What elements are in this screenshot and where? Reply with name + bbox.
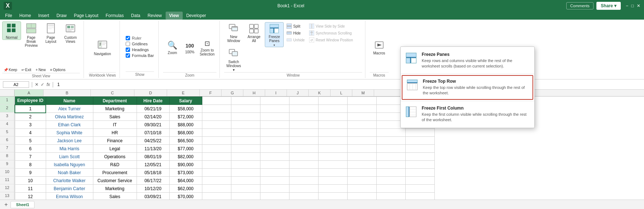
- cell-department[interactable]: Marketing: [93, 105, 137, 113]
- cell-empty[interactable]: [376, 129, 405, 137]
- cell-employee-id[interactable]: 10: [15, 177, 46, 185]
- cell-empty[interactable]: [202, 161, 231, 169]
- cell-department[interactable]: Procurement: [93, 169, 137, 177]
- zoom-to-selection-button[interactable]: ⊡ Zoom to Selection: [198, 37, 216, 57]
- cell-name[interactable]: Olivia Martinez: [46, 113, 93, 121]
- cell-empty[interactable]: [231, 169, 260, 177]
- formula-bar-checkbox[interactable]: Formula Bar: [126, 53, 154, 58]
- cell-employee-id[interactable]: 4: [15, 129, 46, 137]
- cell-empty[interactable]: [405, 177, 434, 185]
- cell-employee-id[interactable]: 7: [15, 153, 46, 161]
- cell-empty[interactable]: [202, 129, 231, 137]
- cell-empty[interactable]: [260, 137, 289, 145]
- cell-department[interactable]: Finance: [93, 137, 137, 145]
- cell-empty[interactable]: [347, 145, 376, 153]
- cell-empty[interactable]: [318, 137, 347, 145]
- cell-empty[interactable]: [289, 169, 318, 177]
- cell-empty[interactable]: [318, 153, 347, 161]
- cell-empty[interactable]: [318, 113, 347, 121]
- add-sheet-button[interactable]: +: [1, 200, 11, 209]
- formula-bar-check[interactable]: [126, 53, 130, 58]
- page-layout-button[interactable]: Page Layout: [41, 21, 60, 44]
- cell-empty[interactable]: [347, 129, 376, 137]
- row-num-7[interactable]: 7: [0, 144, 14, 152]
- ruler-checkbox[interactable]: Ruler: [126, 36, 154, 40]
- formula-fx-icon[interactable]: fx: [46, 82, 50, 87]
- cell-name[interactable]: Noah Baker: [46, 169, 93, 177]
- row-num-8[interactable]: 8: [0, 152, 14, 160]
- cell-name[interactable]: Jackson Lee: [46, 137, 93, 145]
- formula-accept-icon[interactable]: ✓: [41, 82, 44, 87]
- navigation-button[interactable]: Navigation: [91, 38, 113, 56]
- cell-salary[interactable]: $73,000: [169, 169, 202, 177]
- cell-empty[interactable]: [347, 121, 376, 129]
- cell-department[interactable]: HR: [93, 129, 137, 137]
- exit-button[interactable]: ↩ Exit: [20, 67, 33, 72]
- col-header-i[interactable]: I: [265, 90, 287, 96]
- cell-empty[interactable]: [202, 113, 231, 121]
- cell-salary[interactable]: $82,000: [169, 153, 202, 161]
- cell-empty[interactable]: [405, 145, 434, 153]
- cell-empty[interactable]: [260, 113, 289, 121]
- cell-empty[interactable]: [202, 121, 231, 129]
- cell-employee-id[interactable]: 6: [15, 145, 46, 153]
- cell-hire-date[interactable]: 12/05/21: [137, 161, 169, 169]
- cell-hire-date[interactable]: 10/12/20: [137, 185, 169, 193]
- cell-hire-date[interactable]: 06/17/22: [137, 177, 169, 185]
- cell-empty[interactable]: [376, 153, 405, 161]
- cell-hire-date[interactable]: 11/13/20: [137, 145, 169, 153]
- row-num-9[interactable]: 9: [0, 160, 14, 168]
- cell-empty[interactable]: [318, 121, 347, 129]
- cell-empty[interactable]: [289, 145, 318, 153]
- gridlines-check[interactable]: [126, 42, 130, 46]
- comments-button[interactable]: Comments: [566, 2, 594, 9]
- headings-checkbox[interactable]: Headings: [126, 48, 154, 52]
- cell-employee-id[interactable]: 11: [15, 185, 46, 193]
- cell-empty[interactable]: [347, 137, 376, 145]
- cell-department[interactable]: R&D: [93, 161, 137, 169]
- cell-empty[interactable]: [318, 161, 347, 169]
- keep-button[interactable]: 📌 Keep: [2, 67, 19, 72]
- row-num-13[interactable]: 13: [0, 192, 14, 200]
- cell-empty[interactable]: [405, 153, 434, 161]
- col-header-e[interactable]: E: [167, 90, 200, 96]
- arrange-all-button[interactable]: Arrange All: [244, 22, 263, 43]
- zoom-button[interactable]: 🔍 Zoom: [163, 39, 182, 55]
- cell-empty[interactable]: [405, 161, 434, 169]
- switch-windows-button[interactable]: Switch Windows ▾: [224, 47, 243, 72]
- cell-name[interactable]: Charlotte Walker: [46, 177, 93, 185]
- cell-empty[interactable]: [318, 105, 347, 113]
- macros-button[interactable]: Macros: [370, 38, 389, 56]
- cell-salary[interactable]: $72,000: [169, 113, 202, 121]
- cell-empty[interactable]: [289, 129, 318, 137]
- cell-employee-id[interactable]: 8: [15, 161, 46, 169]
- cell-empty[interactable]: [260, 161, 289, 169]
- cell-salary[interactable]: $68,000: [169, 129, 202, 137]
- cell-salary[interactable]: $66,500: [169, 137, 202, 145]
- cell-salary[interactable]: $90,000: [169, 161, 202, 169]
- ruler-check[interactable]: [126, 36, 130, 40]
- row-num-2[interactable]: 2: [0, 104, 14, 112]
- cell-salary[interactable]: $77,000: [169, 145, 202, 153]
- row-num-10[interactable]: 10: [0, 168, 14, 176]
- cell-empty[interactable]: [405, 169, 434, 177]
- cell-empty[interactable]: [231, 129, 260, 137]
- gridlines-checkbox[interactable]: Gridlines: [126, 42, 154, 46]
- cell-empty[interactable]: [347, 113, 376, 121]
- cell-empty[interactable]: [231, 113, 260, 121]
- row-num-6[interactable]: 6: [0, 136, 14, 144]
- cell-department[interactable]: Marketing: [93, 185, 137, 193]
- col-header-f[interactable]: F: [200, 90, 222, 96]
- col-header-j[interactable]: J: [287, 90, 309, 96]
- new-window-button[interactable]: New Window: [224, 22, 243, 43]
- cell-empty[interactable]: [347, 105, 376, 113]
- cell-empty[interactable]: [289, 121, 318, 129]
- menu-view[interactable]: View: [166, 12, 183, 20]
- col-header-d[interactable]: D: [134, 90, 167, 96]
- name-box[interactable]: [3, 81, 29, 88]
- cell-empty[interactable]: [405, 185, 434, 193]
- cell-department[interactable]: IT: [93, 121, 137, 129]
- formula-input[interactable]: [56, 81, 641, 88]
- col-header-l[interactable]: L: [331, 90, 352, 96]
- menu-home[interactable]: Home: [16, 12, 35, 20]
